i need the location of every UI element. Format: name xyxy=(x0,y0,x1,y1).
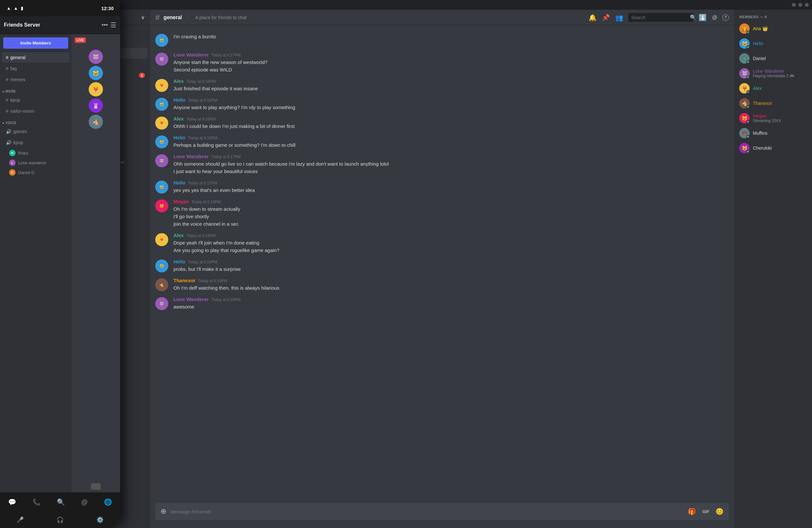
message-input-box: ⊕ 🎁 GIF 😊 xyxy=(155,503,729,520)
message-content: Thanexor Today at 6:19PM Oh I'm deff wat… xyxy=(173,278,729,291)
message-author[interactable]: Helio xyxy=(173,180,186,186)
message-avatar: 🐱 xyxy=(155,135,168,148)
mobile-nav-calls[interactable]: 📞 xyxy=(32,498,41,506)
message-text: I'm craving a burrito xyxy=(173,33,729,40)
mobile-voice-user-daniel[interactable]: D Daniel D xyxy=(0,167,71,177)
member-item-cherukiki[interactable]: 🐱 Cherukiki xyxy=(737,141,809,155)
members-icon[interactable]: 👥 xyxy=(615,14,623,21)
gif-button[interactable]: GIF xyxy=(700,508,711,515)
message-author[interactable]: Megan xyxy=(173,199,189,204)
mobile-voice-user-roka[interactable]: R Roka xyxy=(0,148,71,158)
mobile-channel-general[interactable]: # general xyxy=(2,52,70,63)
member-item-lone-wanderer[interactable]: 🐺 Lone Wanderer Playing Vermintide 2 🎮 xyxy=(737,66,809,80)
pin-icon[interactable]: 📌 xyxy=(602,14,610,21)
mobile-headphone-button[interactable]: 🎧 xyxy=(57,516,64,524)
emoji-button[interactable]: 😊 xyxy=(715,508,724,515)
message-author[interactable]: Helio xyxy=(173,135,186,140)
message-author[interactable]: Alex xyxy=(173,233,184,238)
message-text: yes yes yes that's an even better idea xyxy=(173,187,729,193)
bell-icon[interactable]: 🔔 xyxy=(589,14,597,21)
member-info: Ana 👑 xyxy=(753,26,768,31)
search-input[interactable] xyxy=(631,15,688,20)
mobile-mic-button[interactable]: 🎤 xyxy=(17,516,24,524)
message-author[interactable]: Lone Wanderer xyxy=(173,153,209,159)
minimize-button[interactable] xyxy=(792,3,796,7)
message-text-1: Dope yeah I'll join when I'm done eating xyxy=(173,239,729,246)
chat-channel-description: A place for friends to chat xyxy=(195,15,247,20)
mobile-content: Invite Members # general # faq # memes ▸… xyxy=(0,34,120,492)
online-indicator xyxy=(746,45,750,49)
title-bar: DISCORD xyxy=(49,0,812,10)
maximize-button[interactable] xyxy=(798,3,802,7)
message-content: Helio Today at 6:17PM yes yes yes that's… xyxy=(173,180,729,193)
mobile-channel-kpop[interactable]: # kpop xyxy=(2,95,70,105)
message-avatar: 🐱 xyxy=(155,200,168,212)
discord-desktop: DISCORD 🐰 💎 ⭕ xyxy=(49,0,812,528)
phone-time: 12:30 xyxy=(101,5,114,11)
message-author[interactable]: Thanexor xyxy=(173,278,195,283)
mobile-settings-button[interactable]: ⚙️ xyxy=(97,516,104,524)
message-input-area: ⊕ 🎁 GIF 😊 xyxy=(150,503,734,528)
message-group-11: 🐱 Helio Today at 6:19PM probs, but I'll … xyxy=(150,256,734,275)
stream-avatar-3: 🦊 xyxy=(89,82,103,97)
member-item-megan[interactable]: 🐱 Megan Streaming 20XX xyxy=(737,111,809,125)
mobile-voice-user-lone[interactable]: L Lone wanderer xyxy=(0,158,71,167)
search-icon: 🔍 xyxy=(690,14,696,20)
message-header: Helio Today at 6:17PM xyxy=(173,180,729,186)
message-avatar: 🦊 xyxy=(155,117,168,130)
member-item-alex[interactable]: 🦊 Alex xyxy=(737,81,809,96)
mobile-chat-icon-area xyxy=(71,481,120,492)
speaker-icon: 🔊 xyxy=(6,140,11,145)
channel-name: general xyxy=(10,55,26,60)
message-content: Lone Wanderer Today at 6:20PM awesome xyxy=(173,296,729,310)
mention-icon[interactable]: @ xyxy=(712,15,717,20)
close-button[interactable] xyxy=(805,3,809,7)
mobile-voice-games[interactable]: 🔊 games xyxy=(2,126,70,137)
mobile-more-icon[interactable]: ••• xyxy=(102,22,108,29)
member-name: Helio xyxy=(753,41,763,46)
member-item-ana[interactable]: 👸 Ana 👑 xyxy=(737,21,809,36)
channel-name: kpop xyxy=(13,140,23,145)
mobile-invite-button[interactable]: Invite Members xyxy=(3,37,68,49)
member-avatar-cherukiki: 🐱 xyxy=(739,143,750,153)
mobile-channel-faq[interactable]: # faq xyxy=(2,63,70,74)
member-sidebar: MEMBERS — 9 👸 Ana 👑 🐱 Helio xyxy=(734,10,812,528)
mobile-nav-mention[interactable]: @ xyxy=(81,498,88,506)
member-item-muffins[interactable]: 🐻 Muffins xyxy=(737,126,809,140)
message-author[interactable]: Alex xyxy=(173,78,184,84)
message-input[interactable] xyxy=(170,504,684,519)
message-author[interactable]: Lone Wanderer xyxy=(173,52,209,58)
member-item-helio[interactable]: 🐱 Helio xyxy=(737,36,809,51)
add-attachment-button[interactable]: ⊕ xyxy=(160,503,166,520)
user-name: Roka xyxy=(18,151,28,156)
help-icon[interactable]: ? xyxy=(722,14,729,21)
message-avatar: 🐱 xyxy=(155,98,168,111)
member-avatar-daniel: 🦎 xyxy=(739,53,750,64)
mobile-channel-sailor-moon[interactable]: # sailor-moon xyxy=(2,106,70,116)
message-group-8: 🐱 Helio Today at 6:17PM yes yes yes that… xyxy=(150,177,734,196)
mobile-nav-search[interactable]: 🔍 xyxy=(57,498,65,506)
message-header: Alex Today at 6:19PM xyxy=(173,233,729,238)
member-item-daniel[interactable]: 🦎 Daniel xyxy=(737,51,809,65)
gift-icon[interactable]: 🎁 xyxy=(688,508,696,515)
mobile-nav-profile[interactable]: 🌐 xyxy=(104,498,112,506)
message-text-2: I just want to hear your beautiful voice… xyxy=(173,168,729,175)
message-text: awesome xyxy=(173,303,729,310)
online-indicator xyxy=(746,30,750,34)
member-item-thanexor[interactable]: 🐴 Thanexor xyxy=(737,96,809,111)
user-avatar: L xyxy=(9,159,16,166)
message-author[interactable]: Helio xyxy=(173,259,186,264)
member-avatar-muffins: 🐻 xyxy=(739,128,750,138)
search-box[interactable]: 🔍 xyxy=(628,13,694,22)
message-author[interactable]: Lone Wanderer xyxy=(173,296,209,302)
message-author[interactable]: Helio xyxy=(173,97,186,103)
mobile-voice-kpop[interactable]: 🔊 kpop xyxy=(2,137,70,148)
mobile-bottom-nav: 💬 📞 🔍 @ 🌐 xyxy=(0,492,120,512)
mobile-channel-memes[interactable]: # memes xyxy=(2,74,70,85)
mobile-nav-chat[interactable]: 💬 xyxy=(8,498,16,506)
mobile-overlay: ▲ ▲ ▮ 12:30 Friends Server ••• ☰ Invite … xyxy=(0,0,120,528)
mobile-menu-icon[interactable]: ☰ xyxy=(111,21,116,29)
message-author[interactable]: Alex xyxy=(173,116,184,121)
download-icon[interactable]: ⬇️ xyxy=(699,14,707,21)
message-avatar: 🐺 xyxy=(155,154,168,167)
